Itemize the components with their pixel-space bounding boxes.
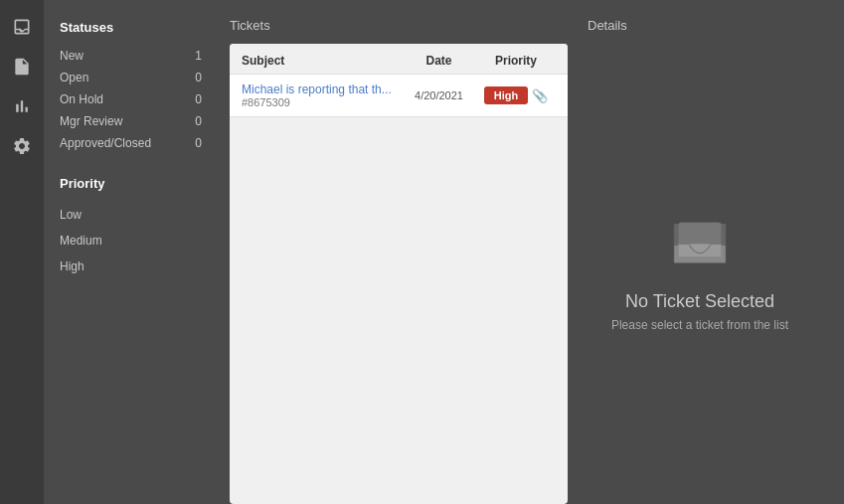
status-item-new[interactable]: New 1 [60,45,202,67]
icon-sidebar [0,0,44,504]
status-label-onhold: On Hold [60,92,103,106]
document-nav-icon[interactable] [4,50,40,84]
col-date-header: Date [402,54,476,68]
no-ticket-icon [665,216,735,275]
status-item-open[interactable]: Open 0 [60,67,202,88]
attachment-icon: 📎 [532,88,548,103]
details-section-label: Details [588,18,627,33]
status-item-mgrreview[interactable]: Mgr Review 0 [60,110,202,132]
status-count-mgrreview: 0 [195,114,202,128]
inbox-nav-icon[interactable] [4,10,40,44]
status-label-new: New [60,49,84,63]
status-count-new: 1 [195,49,202,63]
ticket-date: 4/20/2021 [402,89,476,101]
priority-label-low: Low [60,208,82,222]
status-count-onhold: 0 [195,92,202,106]
svg-rect-4 [679,244,722,256]
priority-label-high: High [60,259,84,273]
tickets-table-header: Subject Date Priority [230,44,568,75]
priority-section: Priority Low Medium High [60,176,202,278]
details-panel: No Ticket Selected Please select a ticke… [568,44,832,504]
status-count-closed: 0 [195,136,202,150]
col-priority-header: Priority [476,54,556,68]
chart-nav-icon[interactable] [4,89,40,123]
ticket-priority-col: High 📎 [476,86,556,104]
status-item-closed[interactable]: Approved/Closed 0 [60,132,202,154]
settings-nav-icon[interactable] [4,129,40,163]
status-item-onhold[interactable]: On Hold 0 [60,88,202,110]
ticket-subject-col: Michael is reporting that th... #8675309 [242,83,402,108]
tickets-details-row: Subject Date Priority Michael is reporti… [230,44,832,504]
table-row[interactable]: Michael is reporting that th... #8675309… [230,75,568,117]
main-content: Tickets Details Subject Date Priority Mi… [218,0,844,504]
statuses-title: Statuses [60,20,202,35]
status-label-mgrreview: Mgr Review [60,114,122,128]
no-ticket-title: No Ticket Selected [625,291,774,312]
priority-item-medium[interactable]: Medium [60,227,202,252]
tickets-panel: Subject Date Priority Michael is reporti… [230,44,568,504]
ticket-id: #8675309 [242,96,402,108]
left-panel: Statuses New 1 Open 0 On Hold 0 Mgr Revi… [44,0,218,504]
priority-badge-high: High [484,86,528,104]
priority-title: Priority [60,176,202,191]
priority-label-medium: Medium [60,234,102,248]
priority-item-high[interactable]: High [60,252,202,278]
status-label-closed: Approved/Closed [60,136,151,150]
header-row: Tickets Details [230,16,832,34]
status-label-open: Open [60,71,88,84]
tickets-table-body: Michael is reporting that th... #8675309… [230,75,568,504]
status-count-open: 0 [195,71,202,84]
no-ticket-subtitle: Please select a ticket from the list [611,318,788,332]
col-subject-header: Subject [242,54,402,68]
tickets-section-label: Tickets [230,18,270,33]
status-list: New 1 Open 0 On Hold 0 Mgr Review 0 Appr… [60,45,202,154]
tickets-label-area: Tickets [230,16,568,34]
ticket-subject-text: Michael is reporting that th... [242,83,402,96]
priority-item-low[interactable]: Low [60,201,202,227]
details-label-area: Details [568,16,832,34]
